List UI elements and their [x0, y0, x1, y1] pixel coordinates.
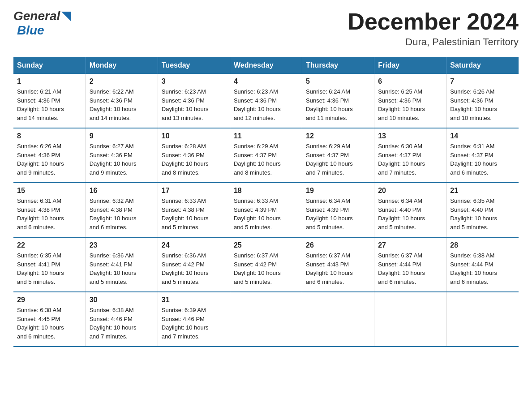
day-number: 27	[378, 241, 442, 249]
day-info: Sunrise: 6:31 AM Sunset: 4:37 PM Dayligh…	[450, 142, 515, 177]
day-number: 15	[17, 187, 82, 195]
day-info: Sunrise: 6:37 AM Sunset: 4:42 PM Dayligh…	[234, 251, 298, 286]
logo: General Blue	[13, 9, 71, 38]
calendar-cell: 23 Sunrise: 6:36 AM Sunset: 4:41 PM Dayl…	[86, 237, 158, 292]
week-row-1: 1 Sunrise: 6:21 AM Sunset: 4:36 PM Dayli…	[13, 74, 519, 128]
calendar-cell: 8 Sunrise: 6:26 AM Sunset: 4:36 PM Dayli…	[13, 128, 86, 183]
day-number: 23	[90, 241, 154, 249]
header-sunday: Sunday	[13, 57, 86, 74]
day-number: 18	[234, 187, 298, 195]
day-info: Sunrise: 6:24 AM Sunset: 4:36 PM Dayligh…	[306, 87, 370, 122]
day-number: 4	[234, 77, 298, 86]
day-number: 22	[17, 241, 82, 249]
day-number: 16	[90, 187, 154, 195]
calendar-header: SundayMondayTuesdayWednesdayThursdayFrid…	[13, 57, 519, 74]
day-number: 21	[450, 187, 515, 195]
day-info: Sunrise: 6:37 AM Sunset: 4:44 PM Dayligh…	[378, 251, 442, 286]
day-info: Sunrise: 6:34 AM Sunset: 4:39 PM Dayligh…	[306, 197, 370, 231]
day-info: Sunrise: 6:21 AM Sunset: 4:36 PM Dayligh…	[17, 87, 82, 122]
calendar-cell: 30 Sunrise: 6:38 AM Sunset: 4:46 PM Dayl…	[86, 292, 158, 347]
calendar-cell: 10 Sunrise: 6:28 AM Sunset: 4:36 PM Dayl…	[158, 128, 230, 183]
calendar-cell	[302, 292, 374, 347]
calendar-body: 1 Sunrise: 6:21 AM Sunset: 4:36 PM Dayli…	[13, 74, 519, 347]
header-tuesday: Tuesday	[158, 57, 230, 74]
day-number: 28	[450, 241, 515, 249]
calendar-cell: 18 Sunrise: 6:33 AM Sunset: 4:39 PM Dayl…	[230, 183, 302, 237]
calendar-cell: 6 Sunrise: 6:25 AM Sunset: 4:36 PM Dayli…	[374, 74, 446, 128]
day-info: Sunrise: 6:37 AM Sunset: 4:43 PM Dayligh…	[306, 251, 370, 286]
day-info: Sunrise: 6:38 AM Sunset: 4:44 PM Dayligh…	[450, 251, 515, 286]
day-number: 13	[378, 132, 442, 140]
day-number: 2	[90, 77, 154, 86]
calendar-cell: 4 Sunrise: 6:23 AM Sunset: 4:36 PM Dayli…	[230, 74, 302, 128]
day-number: 29	[17, 296, 82, 304]
day-number: 25	[234, 241, 298, 249]
calendar-cell: 3 Sunrise: 6:23 AM Sunset: 4:36 PM Dayli…	[158, 74, 230, 128]
calendar-cell: 1 Sunrise: 6:21 AM Sunset: 4:36 PM Dayli…	[13, 74, 86, 128]
title-area: December 2024 Dura, Palestinian Territor…	[348, 9, 519, 48]
week-row-5: 29 Sunrise: 6:38 AM Sunset: 4:45 PM Dayl…	[13, 292, 519, 347]
day-info: Sunrise: 6:38 AM Sunset: 4:46 PM Dayligh…	[90, 306, 154, 341]
calendar-cell: 12 Sunrise: 6:29 AM Sunset: 4:37 PM Dayl…	[302, 128, 374, 183]
calendar-cell: 20 Sunrise: 6:34 AM Sunset: 4:40 PM Dayl…	[374, 183, 446, 237]
calendar-cell: 26 Sunrise: 6:37 AM Sunset: 4:43 PM Dayl…	[302, 237, 374, 292]
calendar-cell: 14 Sunrise: 6:31 AM Sunset: 4:37 PM Dayl…	[446, 128, 519, 183]
day-number: 12	[306, 132, 370, 140]
calendar-table: SundayMondayTuesdayWednesdayThursdayFrid…	[13, 57, 519, 347]
day-number: 24	[162, 241, 226, 249]
header-row: SundayMondayTuesdayWednesdayThursdayFrid…	[13, 57, 519, 74]
day-number: 19	[306, 187, 370, 195]
day-number: 7	[450, 77, 515, 86]
calendar-cell: 16 Sunrise: 6:32 AM Sunset: 4:38 PM Dayl…	[86, 183, 158, 237]
logo-arrow-icon	[61, 12, 71, 21]
day-number: 14	[450, 132, 515, 140]
header-friday: Friday	[374, 57, 446, 74]
day-info: Sunrise: 6:22 AM Sunset: 4:36 PM Dayligh…	[90, 87, 154, 122]
day-info: Sunrise: 6:28 AM Sunset: 4:36 PM Dayligh…	[162, 142, 226, 177]
calendar-cell: 24 Sunrise: 6:36 AM Sunset: 4:42 PM Dayl…	[158, 237, 230, 292]
svg-marker-0	[61, 12, 71, 21]
day-info: Sunrise: 6:33 AM Sunset: 4:38 PM Dayligh…	[162, 197, 226, 231]
page-header: General Blue December 2024 Dura, Palesti…	[13, 9, 519, 48]
calendar-cell: 19 Sunrise: 6:34 AM Sunset: 4:39 PM Dayl…	[302, 183, 374, 237]
calendar-cell: 29 Sunrise: 6:38 AM Sunset: 4:45 PM Dayl…	[13, 292, 86, 347]
day-info: Sunrise: 6:30 AM Sunset: 4:37 PM Dayligh…	[378, 142, 442, 177]
day-number: 10	[162, 132, 226, 140]
day-number: 3	[162, 77, 226, 86]
day-info: Sunrise: 6:23 AM Sunset: 4:36 PM Dayligh…	[162, 87, 226, 122]
logo-general-text: General	[13, 9, 60, 23]
calendar-cell: 13 Sunrise: 6:30 AM Sunset: 4:37 PM Dayl…	[374, 128, 446, 183]
day-info: Sunrise: 6:36 AM Sunset: 4:42 PM Dayligh…	[162, 251, 226, 286]
day-info: Sunrise: 6:39 AM Sunset: 4:46 PM Dayligh…	[162, 306, 226, 341]
calendar-cell: 7 Sunrise: 6:26 AM Sunset: 4:36 PM Dayli…	[446, 74, 519, 128]
calendar-cell: 21 Sunrise: 6:35 AM Sunset: 4:40 PM Dayl…	[446, 183, 519, 237]
day-number: 26	[306, 241, 370, 249]
day-number: 5	[306, 77, 370, 86]
week-row-4: 22 Sunrise: 6:35 AM Sunset: 4:41 PM Dayl…	[13, 237, 519, 292]
day-info: Sunrise: 6:29 AM Sunset: 4:37 PM Dayligh…	[306, 142, 370, 177]
calendar-cell: 27 Sunrise: 6:37 AM Sunset: 4:44 PM Dayl…	[374, 237, 446, 292]
calendar-cell: 5 Sunrise: 6:24 AM Sunset: 4:36 PM Dayli…	[302, 74, 374, 128]
day-number: 9	[90, 132, 154, 140]
day-info: Sunrise: 6:36 AM Sunset: 4:41 PM Dayligh…	[90, 251, 154, 286]
day-info: Sunrise: 6:35 AM Sunset: 4:41 PM Dayligh…	[17, 251, 82, 286]
calendar-cell: 2 Sunrise: 6:22 AM Sunset: 4:36 PM Dayli…	[86, 74, 158, 128]
day-number: 17	[162, 187, 226, 195]
day-info: Sunrise: 6:26 AM Sunset: 4:36 PM Dayligh…	[17, 142, 82, 177]
day-info: Sunrise: 6:25 AM Sunset: 4:36 PM Dayligh…	[378, 87, 442, 122]
day-number: 30	[90, 296, 154, 304]
calendar-cell: 15 Sunrise: 6:31 AM Sunset: 4:38 PM Dayl…	[13, 183, 86, 237]
day-number: 1	[17, 77, 82, 86]
day-info: Sunrise: 6:38 AM Sunset: 4:45 PM Dayligh…	[17, 306, 82, 341]
day-info: Sunrise: 6:29 AM Sunset: 4:37 PM Dayligh…	[234, 142, 298, 177]
day-info: Sunrise: 6:35 AM Sunset: 4:40 PM Dayligh…	[450, 197, 515, 231]
month-title: December 2024	[348, 9, 519, 34]
day-number: 8	[17, 132, 82, 140]
header-wednesday: Wednesday	[230, 57, 302, 74]
calendar-cell: 31 Sunrise: 6:39 AM Sunset: 4:46 PM Dayl…	[158, 292, 230, 347]
calendar-cell	[446, 292, 519, 347]
calendar-cell: 11 Sunrise: 6:29 AM Sunset: 4:37 PM Dayl…	[230, 128, 302, 183]
location-text: Dura, Palestinian Territory	[348, 36, 519, 48]
calendar-cell: 9 Sunrise: 6:27 AM Sunset: 4:36 PM Dayli…	[86, 128, 158, 183]
day-info: Sunrise: 6:23 AM Sunset: 4:36 PM Dayligh…	[234, 87, 298, 122]
